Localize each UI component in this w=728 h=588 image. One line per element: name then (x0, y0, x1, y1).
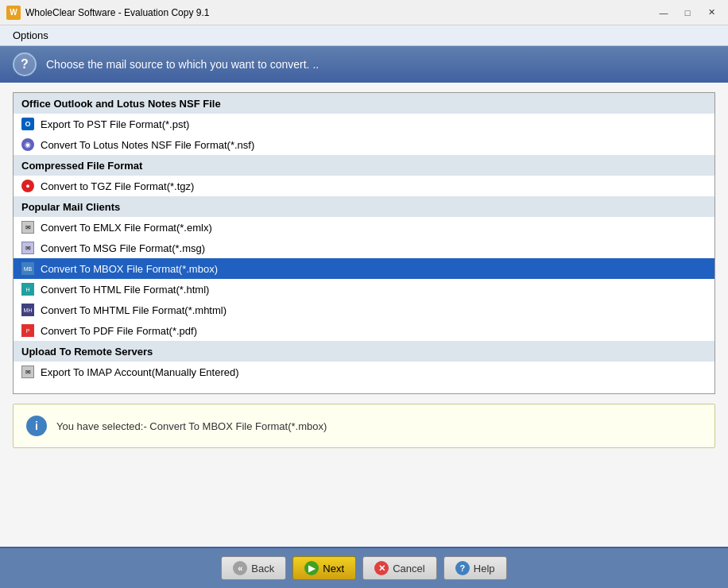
window-title: WholeClear Software - Evaluation Copy 9.… (25, 7, 653, 18)
list-category: Compressed File Format (14, 155, 714, 176)
help-button[interactable]: ? Help (443, 556, 507, 580)
lotus-icon: ◉ (20, 137, 36, 152)
cancel-label: Cancel (393, 563, 424, 574)
tgz-icon: ● (20, 179, 36, 193)
help-icon: ? (455, 561, 470, 575)
list-item[interactable]: HConvert To HTML File Format(*.html) (14, 279, 714, 300)
list-item-label: Convert To MSG File Format(*.msg) (41, 242, 205, 254)
list-category: Upload To Remote Servers (14, 341, 714, 362)
info-icon: i (26, 416, 47, 436)
outlook-icon: O (20, 117, 36, 131)
list-item[interactable]: MBConvert To MBOX File Format(*.mbox) (14, 258, 714, 279)
emlx-icon: ✉ (20, 220, 36, 234)
maximize-button[interactable]: □ (677, 5, 698, 21)
cancel-icon: ✕ (374, 561, 389, 575)
info-text: You have selected:- Convert To MBOX File… (56, 420, 327, 432)
next-button[interactable]: ▶ Next (292, 556, 356, 580)
menu-bar: Options (0, 25, 728, 46)
header-icon: ? (13, 52, 37, 76)
cancel-button[interactable]: ✕ Cancel (362, 556, 436, 580)
list-item-label: Export To PST File Format(*.pst) (41, 118, 189, 130)
format-list[interactable]: Office Outlook and Lotus Notes NSF FileO… (13, 92, 715, 394)
header-banner: ? Choose the mail source to which you wa… (0, 46, 728, 83)
list-item[interactable]: ✉Export To IMAP Account(Manually Entered… (14, 362, 714, 382)
pdf-icon: P (20, 323, 36, 338)
emlx-icon: ✉ (20, 365, 36, 379)
list-item[interactable]: ◉Convert To Lotus Notes NSF File Format(… (14, 134, 714, 155)
html-icon: H (20, 282, 36, 296)
minimize-button[interactable]: — (653, 5, 674, 21)
list-category: Office Outlook and Lotus Notes NSF File (14, 93, 714, 114)
list-item-label: Convert To MHTML File Format(*.mhtml) (41, 304, 227, 316)
mbox-icon: MB (20, 261, 36, 276)
main-content: Office Outlook and Lotus Notes NSF FileO… (0, 83, 728, 547)
back-button[interactable]: « Back (221, 556, 286, 580)
msg-icon: ✉ (20, 241, 36, 255)
list-item-label: Convert To PDF File Format(*.pdf) (41, 325, 197, 337)
list-item[interactable]: OExport To PST File Format(*.pst) (14, 114, 714, 134)
list-item-label: Convert To MBOX File Format(*.mbox) (41, 263, 218, 275)
list-item-label: Convert To EMLX File Format(*.emlx) (41, 222, 212, 234)
bottom-bar: « Back ▶ Next ✕ Cancel ? Help (0, 547, 728, 588)
header-text: Choose the mail source to which you want… (46, 58, 319, 71)
list-category: Popular Mail Clients (14, 196, 714, 217)
list-item-label: Export To IMAP Account(Manually Entered) (41, 366, 239, 378)
list-item[interactable]: PConvert To PDF File Format(*.pdf) (14, 320, 714, 341)
app-icon: W (6, 6, 21, 20)
list-item-label: Convert To Lotus Notes NSF File Format(*… (41, 139, 254, 151)
list-item[interactable]: ●Convert to TGZ File Format(*.tgz) (14, 176, 714, 196)
next-label: Next (323, 563, 344, 574)
list-item[interactable]: MHConvert To MHTML File Format(*.mhtml) (14, 300, 714, 320)
list-item-label: Convert to TGZ File Format(*.tgz) (41, 180, 194, 192)
list-item-label: Convert To HTML File Format(*.html) (41, 284, 209, 296)
title-bar: W WholeClear Software - Evaluation Copy … (0, 0, 728, 25)
window-controls: — □ ✕ (653, 5, 722, 21)
help-label: Help (474, 563, 495, 574)
close-button[interactable]: ✕ (701, 5, 722, 21)
list-item[interactable]: ✉Convert To MSG File Format(*.msg) (14, 238, 714, 258)
mhtml-icon: MH (20, 303, 36, 317)
info-box: i You have selected:- Convert To MBOX Fi… (13, 404, 715, 448)
list-item[interactable]: ✉Convert To EMLX File Format(*.emlx) (14, 217, 714, 238)
back-label: Back (251, 563, 274, 574)
options-menu[interactable]: Options (6, 28, 55, 43)
back-icon: « (233, 561, 247, 575)
next-icon: ▶ (304, 561, 319, 575)
